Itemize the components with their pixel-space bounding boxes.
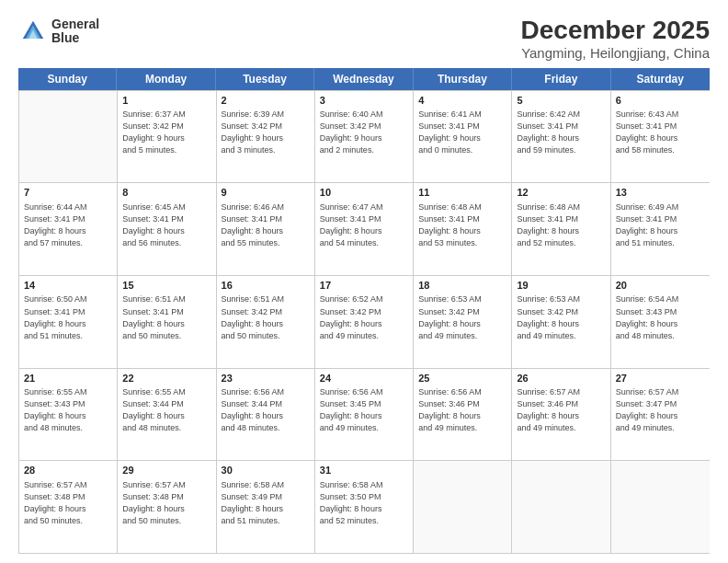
day-info: Sunrise: 6:42 AMSunset: 3:41 PMDaylight:… <box>517 109 605 156</box>
calendar-cell: 13Sunrise: 6:49 AMSunset: 3:41 PMDayligh… <box>611 183 710 275</box>
calendar-cell: 23Sunrise: 6:56 AMSunset: 3:44 PMDayligh… <box>217 369 315 461</box>
day-info: Sunrise: 6:53 AMSunset: 3:42 PMDaylight:… <box>517 293 605 341</box>
day-number: 25 <box>418 372 506 385</box>
calendar-cell: 24Sunrise: 6:56 AMSunset: 3:45 PMDayligh… <box>315 369 414 461</box>
day-info: Sunrise: 6:52 AMSunset: 3:42 PMDaylight:… <box>320 293 408 341</box>
day-info: Sunrise: 6:43 AMSunset: 3:41 PMDaylight:… <box>616 109 705 156</box>
day-number: 8 <box>122 186 210 200</box>
calendar-cell: 30Sunrise: 6:58 AMSunset: 3:49 PMDayligh… <box>217 461 315 553</box>
header-cell-sunday: Sunday <box>18 68 117 90</box>
day-number: 24 <box>320 372 408 385</box>
day-number: 7 <box>24 186 112 200</box>
calendar-cell: 27Sunrise: 6:57 AMSunset: 3:47 PMDayligh… <box>611 369 710 461</box>
header: General Blue December 2025 Yangming, Hei… <box>18 17 710 61</box>
calendar-cell <box>512 461 610 553</box>
day-info: Sunrise: 6:56 AMSunset: 3:45 PMDaylight:… <box>320 386 408 434</box>
day-info: Sunrise: 6:53 AMSunset: 3:42 PMDaylight:… <box>418 293 506 341</box>
calendar: SundayMondayTuesdayWednesdayThursdayFrid… <box>18 68 710 554</box>
day-info: Sunrise: 6:58 AMSunset: 3:50 PMDaylight:… <box>320 479 408 527</box>
calendar-body: 1Sunrise: 6:37 AMSunset: 3:42 PMDaylight… <box>18 90 710 554</box>
calendar-cell: 17Sunrise: 6:52 AMSunset: 3:42 PMDayligh… <box>315 276 414 368</box>
day-info: Sunrise: 6:50 AMSunset: 3:41 PMDaylight:… <box>24 293 112 341</box>
day-number: 15 <box>122 279 210 293</box>
day-number: 17 <box>320 279 408 293</box>
day-number: 20 <box>616 279 705 293</box>
calendar-cell: 18Sunrise: 6:53 AMSunset: 3:42 PMDayligh… <box>414 276 512 368</box>
day-number: 28 <box>24 464 112 477</box>
calendar-cell: 31Sunrise: 6:58 AMSunset: 3:50 PMDayligh… <box>315 461 414 553</box>
logo-text: General Blue <box>51 17 99 46</box>
day-info: Sunrise: 6:49 AMSunset: 3:41 PMDaylight:… <box>616 201 705 249</box>
calendar-cell: 5Sunrise: 6:42 AMSunset: 3:41 PMDaylight… <box>512 91 610 183</box>
day-number: 6 <box>616 94 705 108</box>
header-cell-friday: Friday <box>512 68 610 90</box>
day-number: 16 <box>222 279 310 293</box>
day-info: Sunrise: 6:55 AMSunset: 3:44 PMDaylight:… <box>122 386 210 434</box>
calendar-cell: 1Sunrise: 6:37 AMSunset: 3:42 PMDaylight… <box>118 91 216 183</box>
calendar-cell: 2Sunrise: 6:39 AMSunset: 3:42 PMDaylight… <box>217 91 315 183</box>
day-number: 19 <box>517 279 605 293</box>
calendar-row-1: 1Sunrise: 6:37 AMSunset: 3:42 PMDaylight… <box>19 90 710 183</box>
calendar-row-2: 7Sunrise: 6:44 AMSunset: 3:41 PMDaylight… <box>19 182 710 275</box>
day-info: Sunrise: 6:48 AMSunset: 3:41 PMDaylight:… <box>418 201 506 249</box>
day-info: Sunrise: 6:58 AMSunset: 3:49 PMDaylight:… <box>222 479 310 527</box>
day-info: Sunrise: 6:40 AMSunset: 3:42 PMDaylight:… <box>320 109 408 156</box>
day-info: Sunrise: 6:56 AMSunset: 3:44 PMDaylight:… <box>222 386 310 434</box>
calendar-cell: 8Sunrise: 6:45 AMSunset: 3:41 PMDaylight… <box>118 183 216 275</box>
day-number: 22 <box>122 372 210 385</box>
day-info: Sunrise: 6:57 AMSunset: 3:47 PMDaylight:… <box>616 386 705 434</box>
logo-line1: General <box>51 17 99 31</box>
day-info: Sunrise: 6:57 AMSunset: 3:48 PMDaylight:… <box>122 479 210 527</box>
day-number: 21 <box>24 372 112 385</box>
day-number: 11 <box>418 186 506 200</box>
day-info: Sunrise: 6:57 AMSunset: 3:48 PMDaylight:… <box>24 479 112 527</box>
day-info: Sunrise: 6:46 AMSunset: 3:41 PMDaylight:… <box>222 201 310 249</box>
day-number: 12 <box>517 186 605 200</box>
calendar-cell: 10Sunrise: 6:47 AMSunset: 3:41 PMDayligh… <box>315 183 414 275</box>
calendar-cell: 21Sunrise: 6:55 AMSunset: 3:43 PMDayligh… <box>19 369 118 461</box>
day-info: Sunrise: 6:54 AMSunset: 3:43 PMDaylight:… <box>616 293 705 341</box>
calendar-cell: 16Sunrise: 6:51 AMSunset: 3:42 PMDayligh… <box>217 276 315 368</box>
calendar-header-row: SundayMondayTuesdayWednesdayThursdayFrid… <box>18 68 710 90</box>
day-info: Sunrise: 6:56 AMSunset: 3:46 PMDaylight:… <box>418 386 506 434</box>
calendar-cell <box>611 461 710 553</box>
day-number: 26 <box>517 372 605 385</box>
header-cell-saturday: Saturday <box>611 68 710 90</box>
calendar-cell: 15Sunrise: 6:51 AMSunset: 3:41 PMDayligh… <box>118 276 216 368</box>
day-info: Sunrise: 6:39 AMSunset: 3:42 PMDaylight:… <box>222 109 310 156</box>
day-number: 30 <box>222 464 310 477</box>
header-cell-wednesday: Wednesday <box>314 68 413 90</box>
header-cell-thursday: Thursday <box>414 68 512 90</box>
calendar-cell <box>414 461 512 553</box>
logo-line2: Blue <box>51 31 99 45</box>
logo-icon <box>18 17 48 46</box>
day-info: Sunrise: 6:44 AMSunset: 3:41 PMDaylight:… <box>24 201 112 249</box>
day-info: Sunrise: 6:47 AMSunset: 3:41 PMDaylight:… <box>320 201 408 249</box>
day-number: 23 <box>222 372 310 385</box>
day-number: 14 <box>24 279 112 293</box>
day-info: Sunrise: 6:41 AMSunset: 3:41 PMDaylight:… <box>418 109 506 156</box>
calendar-cell: 7Sunrise: 6:44 AMSunset: 3:41 PMDaylight… <box>19 183 118 275</box>
calendar-row-3: 14Sunrise: 6:50 AMSunset: 3:41 PMDayligh… <box>19 275 710 368</box>
calendar-cell: 9Sunrise: 6:46 AMSunset: 3:41 PMDaylight… <box>217 183 315 275</box>
calendar-title: December 2025 <box>521 17 710 45</box>
day-number: 9 <box>222 186 310 200</box>
calendar-cell: 22Sunrise: 6:55 AMSunset: 3:44 PMDayligh… <box>118 369 216 461</box>
calendar-cell <box>19 91 118 183</box>
calendar-cell: 3Sunrise: 6:40 AMSunset: 3:42 PMDaylight… <box>315 91 414 183</box>
day-number: 4 <box>418 94 506 108</box>
calendar-cell: 25Sunrise: 6:56 AMSunset: 3:46 PMDayligh… <box>414 369 512 461</box>
calendar-subtitle: Yangming, Heilongjiang, China <box>521 45 710 61</box>
calendar-cell: 19Sunrise: 6:53 AMSunset: 3:42 PMDayligh… <box>512 276 610 368</box>
day-number: 18 <box>418 279 506 293</box>
day-number: 3 <box>320 94 408 108</box>
day-info: Sunrise: 6:57 AMSunset: 3:46 PMDaylight:… <box>517 386 605 434</box>
calendar-cell: 11Sunrise: 6:48 AMSunset: 3:41 PMDayligh… <box>414 183 512 275</box>
day-number: 31 <box>320 464 408 477</box>
day-number: 5 <box>517 94 605 108</box>
calendar-cell: 12Sunrise: 6:48 AMSunset: 3:41 PMDayligh… <box>512 183 610 275</box>
calendar-cell: 4Sunrise: 6:41 AMSunset: 3:41 PMDaylight… <box>414 91 512 183</box>
day-number: 1 <box>122 94 210 108</box>
day-info: Sunrise: 6:51 AMSunset: 3:42 PMDaylight:… <box>222 293 310 341</box>
page: General Blue December 2025 Yangming, Hei… <box>0 0 728 563</box>
